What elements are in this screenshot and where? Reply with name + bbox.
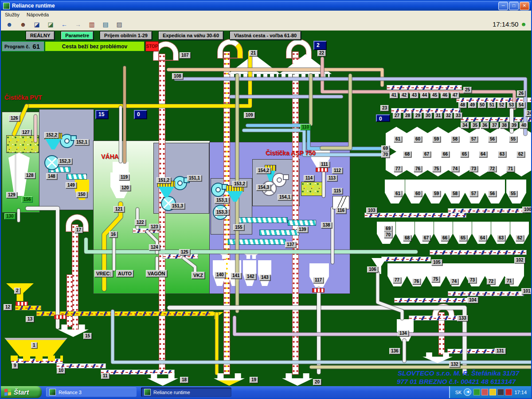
tag-58[interactable]: 58: [451, 136, 459, 142]
tag-19[interactable]: 19: [250, 377, 258, 383]
route-button-re-lny[interactable]: REÁLNY: [26, 31, 55, 40]
tag-126[interactable]: 126: [9, 115, 20, 121]
tag-62[interactable]: 62: [516, 235, 524, 241]
gtag-110[interactable]: 110: [300, 124, 311, 130]
tag-23[interactable]: 23: [380, 105, 389, 111]
tag-121[interactable]: 121: [113, 206, 125, 212]
tag-49[interactable]: 49: [468, 102, 477, 108]
login-user-icon[interactable]: ☻: [4, 20, 15, 29]
tag-152,1[interactable]: 152,1: [74, 139, 89, 145]
tag-74[interactable]: 74: [451, 166, 459, 172]
tray-icon-2[interactable]: [481, 389, 488, 395]
tag-141[interactable]: 141: [231, 273, 242, 279]
gtag-156[interactable]: 156: [22, 196, 33, 203]
tag-64[interactable]: 64: [478, 235, 487, 241]
tag-153,1[interactable]: 153,1: [215, 197, 229, 203]
tag-41[interactable]: 41: [390, 92, 398, 98]
tag-113[interactable]: 113: [327, 175, 337, 181]
tag-AUTO[interactable]: AUTO: [116, 270, 133, 277]
tag-155[interactable]: 155: [233, 224, 244, 231]
tag-60[interactable]: 60: [414, 136, 422, 142]
tag-70[interactable]: 70: [381, 152, 390, 158]
tag-29[interactable]: 29: [414, 113, 422, 119]
tag-45[interactable]: 45: [430, 92, 439, 98]
tag-125[interactable]: 125: [179, 249, 190, 255]
language-indicator[interactable]: SK: [455, 390, 462, 395]
tag-65[interactable]: 65: [460, 151, 469, 157]
tag-10[interactable]: 10: [57, 368, 65, 374]
tag-69[interactable]: 69: [384, 226, 392, 232]
tag-28[interactable]: 28: [403, 113, 412, 119]
tag-40[interactable]: 40: [520, 122, 528, 129]
tag-56[interactable]: 56: [488, 191, 497, 197]
route-button-pr-jem-obiln-n-1-29[interactable]: Príjem obilnín 1-29: [100, 31, 152, 40]
tag-13[interactable]: 13: [26, 316, 34, 322]
tag-15[interactable]: 15: [83, 333, 92, 339]
tag-131[interactable]: 131: [495, 348, 506, 354]
tag-58[interactable]: 58: [451, 191, 459, 197]
tag-108[interactable]: 108: [172, 73, 183, 79]
tag-77[interactable]: 77: [393, 277, 401, 283]
tag-66[interactable]: 66: [441, 151, 450, 157]
taskbar-task-reliance-runtime[interactable]: Reliance runtime: [141, 387, 231, 397]
tag-139[interactable]: 139: [297, 227, 308, 233]
tag-18[interactable]: 18: [180, 377, 188, 383]
tag-77[interactable]: 77: [394, 166, 402, 172]
tag-27[interactable]: 27: [393, 113, 401, 119]
route-button-vlastn-cesta-vo-ba-61-80[interactable]: Vlastná cesta - voľba 61-80: [230, 31, 301, 40]
tag-73[interactable]: 73: [469, 166, 478, 172]
tag-122[interactable]: 122: [135, 219, 146, 226]
tag-60[interactable]: 60: [414, 191, 422, 197]
tag-102[interactable]: 102: [514, 257, 525, 263]
tag-112[interactable]: 112: [332, 168, 343, 174]
tag-153,3[interactable]: 153,3: [215, 209, 229, 215]
tag-46[interactable]: 46: [441, 92, 449, 98]
tag-114[interactable]: 114: [304, 175, 314, 181]
tag-54[interactable]: 54: [517, 102, 525, 108]
tag-70[interactable]: 70: [384, 232, 392, 238]
tag-65[interactable]: 65: [459, 235, 467, 241]
tag-32[interactable]: 32: [444, 113, 453, 119]
alarms-icon[interactable]: ▤: [100, 20, 111, 29]
reports-icon[interactable]: ▨: [114, 20, 125, 29]
tag-37[interactable]: 37: [490, 122, 499, 129]
tag-59[interactable]: 59: [432, 136, 441, 142]
tag-127[interactable]: 127: [20, 129, 31, 136]
tag-149[interactable]: 149: [66, 182, 77, 188]
vbox-0[interactable]: 0: [376, 114, 390, 122]
tag-124[interactable]: 124: [149, 244, 160, 250]
tag-38[interactable]: 38: [500, 122, 509, 129]
tag-62[interactable]: 62: [516, 151, 525, 157]
tag-76[interactable]: 76: [412, 278, 421, 285]
tag-143[interactable]: 143: [259, 274, 270, 281]
tag-64[interactable]: 64: [479, 151, 487, 157]
vbox-15[interactable]: 15: [95, 110, 109, 119]
tag-100[interactable]: 100: [522, 207, 532, 213]
tag-55[interactable]: 55: [509, 136, 517, 142]
tag-22[interactable]: 22: [317, 50, 326, 56]
tag-48[interactable]: 48: [458, 102, 467, 108]
tag-103[interactable]: 103: [366, 207, 377, 214]
tag-111[interactable]: 111: [319, 161, 330, 168]
tag-61[interactable]: 61: [394, 136, 402, 142]
tag-VAGÓN[interactable]: VAGÓN: [146, 270, 167, 277]
tag-137[interactable]: 137: [285, 242, 296, 248]
tag-152,2[interactable]: 152,2: [44, 132, 59, 138]
tag-43[interactable]: 43: [410, 92, 419, 98]
tag-35[interactable]: 35: [471, 122, 479, 129]
tag-150[interactable]: 150: [76, 192, 87, 198]
stop-runtime-icon[interactable]: ◪: [31, 20, 42, 29]
tag-109[interactable]: 109: [244, 112, 255, 118]
tag-148[interactable]: 148: [46, 173, 57, 180]
tag-106[interactable]: 106: [367, 266, 378, 273]
close-window-icon[interactable]: ◪: [45, 20, 56, 29]
tag-119[interactable]: 119: [119, 174, 129, 180]
tag-142[interactable]: 142: [245, 274, 256, 280]
tag-151,3[interactable]: 151,3: [170, 203, 185, 209]
tag-76[interactable]: 76: [414, 166, 422, 172]
tag-39[interactable]: 39: [510, 122, 518, 129]
forward-icon[interactable]: →: [73, 20, 83, 29]
tag-153,2[interactable]: 153,2: [232, 181, 247, 187]
gtag-130[interactable]: 130: [4, 213, 16, 219]
tray-icon-3[interactable]: [489, 389, 496, 395]
